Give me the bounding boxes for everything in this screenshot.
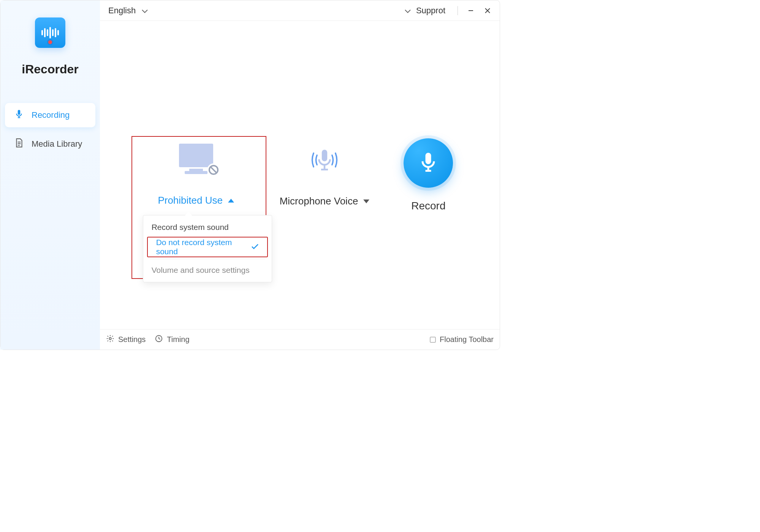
divider (458, 6, 458, 15)
minimize-button[interactable] (462, 3, 479, 18)
system-sound-label: Prohibited Use (158, 195, 223, 206)
settings-button[interactable]: Settings (106, 334, 146, 345)
floating-toolbar-label: Floating Toolbar (440, 335, 494, 344)
support-label: Supprot (416, 6, 445, 16)
gear-icon (106, 334, 114, 345)
record-button[interactable] (404, 138, 453, 188)
app-window: iRecorder Recording Media Library Englis… (0, 0, 500, 350)
menu-item-label: Volume and source settings (152, 266, 250, 275)
floating-toolbar-toggle[interactable]: Floating Toolbar (430, 335, 494, 344)
record-column: Record (404, 138, 453, 212)
microphone-column: Microphone Voice (280, 143, 370, 207)
check-icon (251, 242, 259, 252)
microphone-label: Microphone Voice (280, 195, 358, 207)
menu-item-label: Do not record system sound (156, 238, 246, 256)
system-sound-column: Prohibited Use Record system sound Do no… (147, 144, 245, 206)
sidebar-item-media-library[interactable]: Media Library (5, 132, 95, 156)
microphone-active-icon (307, 143, 342, 179)
svg-rect-3 (426, 153, 431, 164)
timing-button[interactable]: Timing (155, 334, 189, 345)
chevron-down-icon (142, 6, 148, 16)
checkbox-icon (430, 337, 436, 343)
microphone-icon (14, 109, 24, 121)
statusbar: Settings Timing Floating Toolbar (100, 329, 500, 350)
sidebar-item-recording[interactable]: Recording (5, 103, 95, 127)
language-label: English (108, 6, 136, 16)
monitor-disabled-icon (175, 144, 217, 178)
sidebar-nav: Recording Media Library (0, 103, 100, 156)
microphone-icon (417, 151, 440, 175)
svg-rect-0 (18, 110, 21, 115)
sidebar-item-label: Recording (32, 110, 70, 120)
caret-down-icon (363, 200, 369, 203)
content: Prohibited Use Record system sound Do no… (100, 21, 500, 329)
svg-rect-2 (322, 150, 327, 162)
annotation-highlight: Do not record system sound (147, 237, 268, 257)
menu-item-do-not-record-system-sound[interactable]: Do not record system sound (148, 238, 267, 256)
record-label: Record (411, 200, 445, 212)
caret-up-icon (228, 199, 234, 203)
system-sound-dropdown[interactable]: Prohibited Use (158, 195, 234, 206)
topbar: English Supprot (100, 0, 500, 21)
menu-item-label: Record system sound (152, 223, 229, 232)
chevron-down-icon (405, 6, 411, 16)
language-dropdown[interactable]: English (108, 6, 148, 16)
system-sound-menu: Record system sound Do not record system… (143, 215, 272, 282)
timing-label: Timing (167, 335, 189, 344)
menu-item-volume-settings[interactable]: Volume and source settings (143, 261, 272, 280)
main-area: English Supprot Prohibited Use (100, 0, 500, 350)
clock-icon (155, 334, 163, 345)
settings-label: Settings (118, 335, 146, 344)
microphone-dropdown[interactable]: Microphone Voice (280, 195, 370, 207)
svg-point-4 (109, 337, 111, 340)
menu-item-record-system-sound[interactable]: Record system sound (143, 218, 272, 237)
close-button[interactable] (479, 3, 496, 18)
sidebar-item-label: Media Library (32, 139, 82, 149)
support-dropdown[interactable]: Supprot (405, 6, 445, 16)
app-name: iRecorder (22, 62, 78, 76)
document-icon (14, 138, 24, 150)
app-logo-icon (35, 17, 65, 48)
sidebar: iRecorder Recording Media Library (0, 0, 100, 350)
menu-separator (150, 259, 265, 259)
